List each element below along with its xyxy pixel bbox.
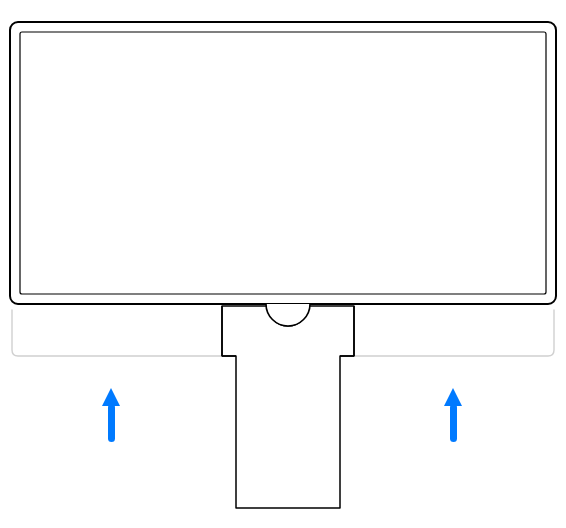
monitor-outer-edge bbox=[10, 22, 556, 304]
line-art bbox=[0, 0, 566, 528]
display-tilt-diagram bbox=[0, 0, 566, 528]
raise-arrow-right-icon bbox=[444, 388, 462, 442]
monitor-stand bbox=[222, 306, 354, 508]
raise-arrow-left-icon bbox=[102, 388, 120, 442]
